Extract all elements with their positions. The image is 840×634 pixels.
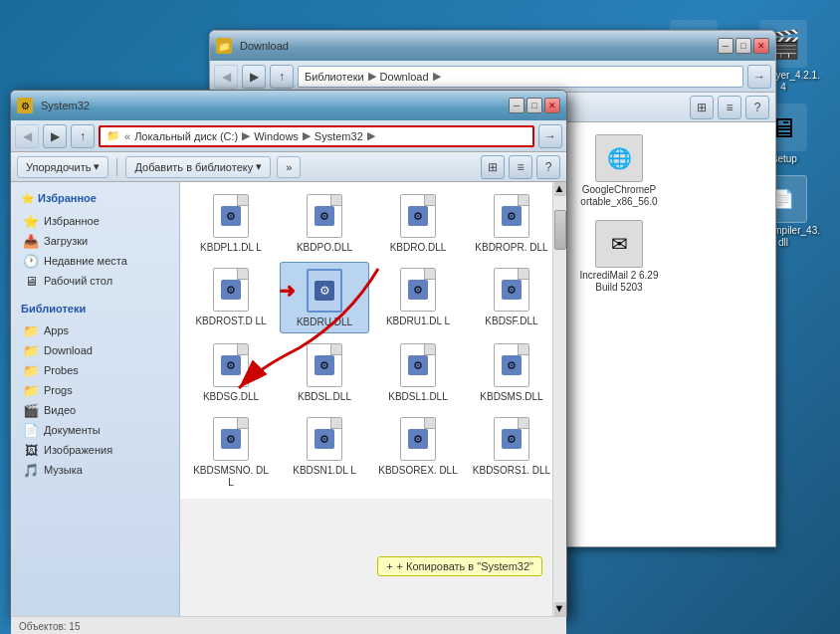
scrollbar-front[interactable]: ▲ ▼: [552, 182, 566, 616]
sidebar-label: Музыка: [44, 464, 83, 476]
file-label: KBDSL1.DLL: [388, 391, 447, 403]
address-go-front[interactable]: →: [538, 124, 562, 148]
up-button-front[interactable]: ↑: [71, 124, 95, 148]
file-item[interactable]: ✉ IncrediMail 2 6.29 Build 5203: [574, 216, 664, 298]
arrow-indicator: ➜: [279, 279, 296, 303]
minimize-button-front[interactable]: ─: [509, 98, 525, 113]
view-icon-front-1[interactable]: ⊞: [481, 155, 505, 179]
dll-icon: ⚙: [213, 194, 249, 238]
crumb-icon: 📁: [106, 129, 120, 142]
file-icon-wrapper: ⚙: [305, 415, 344, 463]
forward-button-back[interactable]: ▶: [242, 65, 266, 89]
address-go-back[interactable]: →: [747, 65, 771, 89]
sidebar-item-downloads[interactable]: 📥 Загрузки: [15, 231, 175, 251]
forward-button-front[interactable]: ▶: [43, 124, 67, 148]
file-item[interactable]: ⚙ KBDSORS1. DLL: [467, 411, 552, 493]
help-button-back[interactable]: ?: [745, 96, 769, 119]
window-front-controls: ─ □ ✕: [509, 98, 560, 113]
dll-icon-inner: ⚙: [502, 206, 522, 226]
sidebar-item-music[interactable]: 🎵 Музыка: [15, 460, 175, 480]
file-item[interactable]: ⚙ KBDSMS.DLL: [467, 337, 552, 407]
file-label: IncrediMail 2 6.29 Build 5203: [579, 270, 659, 294]
toolbar-sep-front-1: [116, 158, 117, 176]
sidebar-item-documents[interactable]: 📄 Документы: [15, 420, 175, 440]
dll-icon-selected: ⚙ ➜: [307, 269, 342, 313]
sidebar-item-apps[interactable]: 📁 Apps: [15, 320, 175, 340]
dll-icon: ⚙: [213, 268, 249, 312]
scroll-thumb[interactable]: [554, 210, 566, 250]
file-item[interactable]: ⚙ KBDSF.DLL: [467, 262, 552, 333]
scroll-down[interactable]: ▼: [554, 602, 566, 616]
file-item[interactable]: ⚙ KBDSOREX. DLL: [373, 411, 463, 493]
maximize-button-front[interactable]: □: [526, 98, 542, 113]
dll-icon-inner: ⚙: [408, 206, 428, 226]
dll-inner-selected: ⚙: [315, 281, 334, 301]
dll-icon-inner: ⚙: [221, 280, 241, 300]
sidebar-label: Избранное: [44, 215, 100, 227]
sidebar-item-images[interactable]: 🖼 Изображения: [15, 440, 175, 460]
sidebar-item-probes[interactable]: 📁 Probes: [15, 360, 175, 380]
file-item[interactable]: ⚙ KBDROPR. DLL: [467, 188, 552, 258]
file-label: KBDSF.DLL: [485, 316, 537, 327]
minimize-button-back[interactable]: ─: [718, 38, 734, 54]
download-icon: 📥: [23, 233, 39, 249]
file-item[interactable]: ⚙ KBDSL1.DLL: [373, 337, 463, 407]
file-item-selected[interactable]: ⚙ ➜ KBDRU.DLL: [280, 262, 369, 333]
dll-icon: ⚙: [494, 417, 529, 461]
view-icon-front-2[interactable]: ≡: [509, 155, 532, 179]
star-icon: ⭐: [23, 213, 39, 229]
file-item[interactable]: 🌐 GoogleChromePortable_x86_56.0: [574, 130, 664, 212]
address-bar-front[interactable]: 📁 « Локальный диск (C:) ▶ Windows ▶ Syst…: [99, 125, 534, 147]
window-front-title: System32: [41, 100, 90, 111]
file-icon-wrapper: ⚙: [398, 341, 438, 389]
sidebar-item-favorites[interactable]: ⭐ Избранное: [15, 211, 175, 231]
more-button[interactable]: »: [277, 156, 301, 178]
sidebar-label: Рабочий стол: [44, 275, 112, 287]
dll-icon: ⚙: [494, 194, 529, 238]
sidebar-item-progs[interactable]: 📁 Progs: [15, 380, 175, 400]
file-item[interactable]: ⚙ KBDSN1.DL L: [280, 411, 369, 493]
maximize-button-back[interactable]: □: [735, 38, 751, 54]
file-item[interactable]: ⚙ KBDROST.D LL: [186, 262, 276, 333]
up-button-back[interactable]: ↑: [270, 65, 294, 89]
file-grid-front: ⚙ KBDPL1.DL L ⚙ KBDPO.DLL: [180, 182, 552, 499]
help-button-front[interactable]: ?: [536, 155, 560, 179]
file-item[interactable]: ⚙ KBDSMSNO. DLL: [186, 411, 276, 493]
file-label: KBDPO.DLL: [297, 242, 352, 254]
address-bar-back[interactable]: Библиотеки ▶ Download ▶: [298, 66, 743, 88]
view-icon-2[interactable]: ≡: [718, 96, 741, 119]
sidebar-item-download[interactable]: 📁 Download: [15, 340, 175, 360]
file-item[interactable]: ⚙ KBDSG.DLL: [186, 337, 276, 407]
window-back-title: Download: [240, 40, 289, 52]
music-icon: 🎵: [23, 462, 39, 478]
close-button-back[interactable]: ✕: [753, 38, 769, 54]
back-button-front[interactable]: ◀: [15, 124, 39, 148]
sidebar-item-video[interactable]: 🎬 Видео: [15, 400, 175, 420]
scroll-up[interactable]: ▲: [554, 182, 566, 196]
organize-button-front[interactable]: Упорядочить ▾: [17, 156, 108, 178]
file-icon-wrapper: ⚙: [211, 415, 251, 463]
sidebar-item-desktop[interactable]: 🖥 Рабочий стол: [15, 271, 175, 291]
file-icon-wrapper: ⚙: [305, 341, 344, 389]
view-controls-back: ⊞ ≡ ?: [690, 96, 769, 119]
crumb-2: Windows: [254, 130, 299, 142]
file-item[interactable]: ⚙ KBDPL1.DL L: [186, 188, 276, 258]
file-item[interactable]: ⚙ KBDSL.DLL: [280, 337, 369, 407]
copy-tooltip: + + Копировать в "System32": [377, 556, 542, 576]
file-icon-wrapper: ⚙: [492, 192, 531, 240]
add-library-button[interactable]: Добавить в библиотеку ▾: [125, 156, 271, 178]
view-icon-1[interactable]: ⊞: [690, 96, 714, 119]
back-button-back[interactable]: ◀: [214, 65, 238, 89]
file-item[interactable]: ⚙ KBDRO.DLL: [373, 188, 463, 258]
file-label: KBDSORS1. DLL: [473, 465, 550, 477]
sidebar-label: Download: [44, 344, 93, 356]
sidebar-label: Недавние места: [44, 255, 127, 267]
file-item[interactable]: ⚙ KBDPO.DLL: [280, 188, 369, 258]
file-label: KBDSG.DLL: [203, 391, 259, 403]
view-controls-front: ⊞ ≡ ?: [481, 155, 560, 179]
file-label: KBDPL1.DL L: [200, 242, 262, 254]
file-item[interactable]: ⚙ KBDRU1.DL L: [373, 262, 463, 333]
dll-icon-inner: ⚙: [221, 206, 241, 226]
sidebar-item-recent[interactable]: 🕐 Недавние места: [15, 251, 175, 271]
close-button-front[interactable]: ✕: [544, 98, 560, 113]
